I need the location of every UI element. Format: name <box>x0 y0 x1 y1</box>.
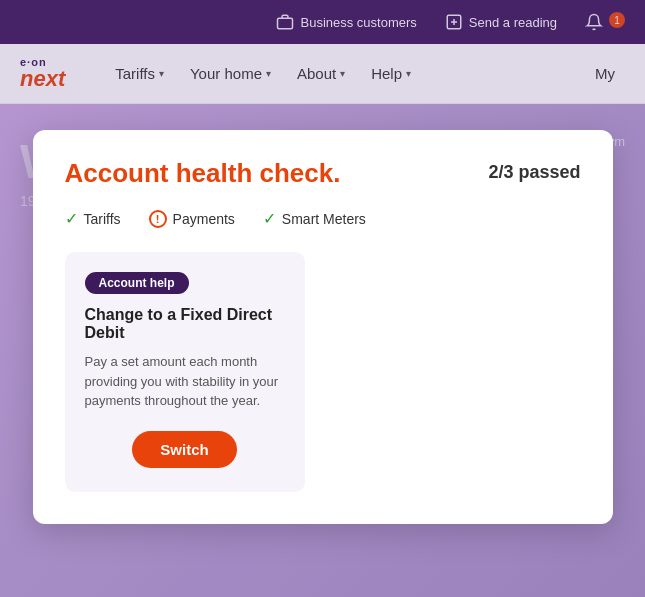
modal-score: 2/3 passed <box>488 162 580 183</box>
health-check-modal: Account health check. 2/3 passed ✓ Tarif… <box>33 130 613 524</box>
check-smart-meters-icon: ✓ <box>263 209 276 228</box>
check-smart-meters: ✓ Smart Meters <box>263 209 366 228</box>
modal-title: Account health check. <box>65 158 341 189</box>
modal-header: Account health check. 2/3 passed <box>65 158 581 189</box>
check-payments: ! Payments <box>149 210 235 228</box>
card-title: Change to a Fixed Direct Debit <box>85 306 285 342</box>
switch-button[interactable]: Switch <box>132 431 236 468</box>
check-payments-label: Payments <box>173 211 235 227</box>
checks-row: ✓ Tariffs ! Payments ✓ Smart Meters <box>65 209 581 228</box>
check-smart-meters-label: Smart Meters <box>282 211 366 227</box>
card-description: Pay a set amount each month providing yo… <box>85 352 285 411</box>
card-badge: Account help <box>85 272 189 294</box>
check-tariffs-label: Tariffs <box>84 211 121 227</box>
modal-overlay: Account health check. 2/3 passed ✓ Tarif… <box>0 0 645 597</box>
account-help-card: Account help Change to a Fixed Direct De… <box>65 252 305 492</box>
check-tariffs: ✓ Tariffs <box>65 209 121 228</box>
check-payments-icon: ! <box>149 210 167 228</box>
check-tariffs-icon: ✓ <box>65 209 78 228</box>
